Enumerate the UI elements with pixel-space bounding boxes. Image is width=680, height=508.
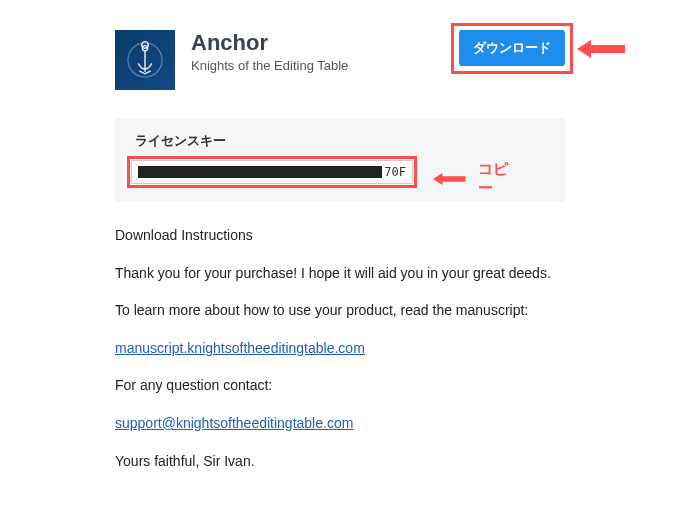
support-link[interactable]: support@knightsoftheeditingtable.com bbox=[115, 415, 353, 431]
instructions: Download Instructions Thank you for your… bbox=[115, 226, 565, 471]
header: Anchor Knights of the Editing Table ダウンロ… bbox=[115, 30, 565, 90]
svg-marker-2 bbox=[577, 40, 625, 58]
instructions-learnmore: To learn more about how to use your prod… bbox=[115, 301, 565, 321]
download-button[interactable]: ダウンロード bbox=[459, 30, 565, 66]
annotation-copy-label: コピー bbox=[478, 160, 508, 198]
svg-marker-3 bbox=[433, 173, 466, 185]
annotation-arrow-download bbox=[577, 40, 625, 58]
manuscript-link[interactable]: manuscript.knightsoftheeditingtable.com bbox=[115, 340, 365, 356]
product-title: Anchor bbox=[191, 30, 459, 56]
instructions-signoff: Yours faithful, Sir Ivan. bbox=[115, 452, 565, 472]
annotation-arrow-copy: コピー bbox=[433, 160, 508, 198]
license-key-wrap: 70F コピー bbox=[131, 160, 413, 184]
license-key-field[interactable]: 70F bbox=[131, 160, 413, 184]
download-wrap: ダウンロード bbox=[459, 30, 565, 66]
license-key-suffix: 70F bbox=[382, 165, 406, 179]
app-icon-anchor bbox=[115, 30, 175, 90]
product-subtitle: Knights of the Editing Table bbox=[191, 58, 459, 73]
instructions-thankyou: Thank you for your purchase! I hope it w… bbox=[115, 264, 565, 284]
license-key-redacted bbox=[138, 166, 382, 178]
instructions-heading: Download Instructions bbox=[115, 226, 565, 246]
title-block: Anchor Knights of the Editing Table bbox=[191, 30, 459, 73]
instructions-question: For any question contact: bbox=[115, 376, 565, 396]
license-label: ライセンスキー bbox=[135, 132, 549, 150]
license-section: ライセンスキー 70F コピー bbox=[115, 118, 565, 202]
